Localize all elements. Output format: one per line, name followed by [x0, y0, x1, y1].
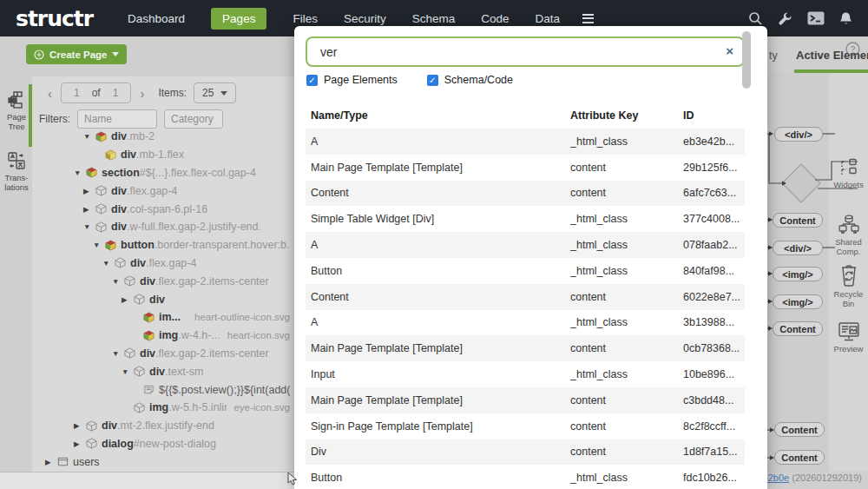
expander-closed-icon[interactable]: ▶: [74, 421, 83, 430]
flow-node-content[interactable]: Content: [773, 321, 823, 336]
node-tag: div: [130, 257, 146, 269]
search-result-row[interactable]: A_html_class078faab2...: [306, 232, 745, 258]
search-result-row[interactable]: A_html_class3b13988...: [306, 310, 745, 336]
next-page-button[interactable]: ›: [135, 86, 149, 101]
flow-node-content[interactable]: Content: [774, 450, 825, 465]
tree-node-im[interactable]: im...heart-outline-icon.svg: [32, 308, 299, 327]
result-attribute-key: _html_class: [570, 368, 683, 380]
tree-node-div[interactable]: ▶div: [32, 290, 299, 308]
result-attribute-key: _html_class: [570, 316, 683, 328]
search-result-row[interactable]: Main Page Template [Template]contentc3bd…: [306, 387, 745, 413]
result-id: 078faab2...: [683, 239, 745, 251]
search-result-row[interactable]: Input_html_class10be896...: [306, 361, 745, 387]
cube-outline-icon: [124, 275, 135, 287]
structr-logo: structr: [16, 6, 93, 31]
flow-node-content[interactable]: Content: [773, 213, 823, 228]
hamburger-menu-icon[interactable]: [582, 14, 594, 23]
cube-color-icon: [143, 312, 155, 323]
filter-name-input[interactable]: [77, 109, 157, 129]
cube-color-icon: [105, 240, 116, 251]
node-tag: div: [102, 420, 117, 432]
tree-node-div[interactable]: ▼div.flex.gap-2.items-center: [32, 272, 299, 290]
tree-node-section[interactable]: ▼section#${...}.flex.flex-col.gap-4: [32, 164, 299, 182]
tree-node-content[interactable]: ${{$.post.view();}}${int(add(size...: [32, 380, 299, 399]
expander-open-icon[interactable]: ▼: [122, 367, 131, 376]
search-result-row[interactable]: Button_html_classfdc10b26...: [306, 465, 745, 489]
search-result-row[interactable]: Sign-in Page Template [Template]content8…: [306, 413, 745, 439]
tab-partial[interactable]: ty: [769, 50, 778, 62]
tree-node-dialog[interactable]: ▶dialog#new-post-dialog: [32, 435, 299, 453]
tree-panel-footer: [0, 472, 299, 489]
expander-open-icon[interactable]: ▼: [102, 259, 112, 268]
column-id: ID: [683, 109, 745, 122]
page-indicator[interactable]: 1 of 1: [61, 83, 131, 103]
tree-node-div[interactable]: ▼div.mb-2: [32, 128, 299, 146]
nav-item-dashboard[interactable]: Dashboard: [128, 12, 185, 25]
search-icon[interactable]: [748, 11, 763, 26]
expander-closed-icon[interactable]: ▶: [45, 458, 55, 466]
expander-closed-icon[interactable]: ▶: [83, 205, 93, 214]
flow-node-div[interactable]: <div/>: [774, 127, 823, 142]
node-classes: .text-sm: [165, 366, 203, 378]
tree-node-div[interactable]: ▼div.text-sm: [32, 362, 299, 380]
search-result-row[interactable]: Contentcontent6022e8e7...: [306, 284, 745, 310]
filter-category-input[interactable]: [164, 109, 223, 129]
page-tree: ▼div.mb-2div.mb-1.flex▼section#${...}.fl…: [32, 128, 299, 471]
create-page-button[interactable]: Create Page: [26, 44, 127, 64]
expander-open-icon[interactable]: ▼: [83, 132, 93, 141]
total-pages: 1: [113, 87, 119, 99]
expander-closed-icon[interactable]: ▶: [122, 295, 131, 304]
flow-node-img[interactable]: <img/>: [773, 294, 823, 309]
tree-node-div[interactable]: ▶div.col-span-6.pl-16: [32, 200, 299, 218]
node-classes: .flex.gap-2.items-center: [155, 275, 269, 287]
help-icon[interactable]: [845, 42, 860, 60]
nav-item-files[interactable]: Files: [293, 12, 318, 25]
nav-item-data[interactable]: Data: [536, 12, 561, 25]
tree-node-users[interactable]: ▶users: [32, 453, 299, 471]
tree-node-div[interactable]: ▼div.flex.gap-2.items-center: [32, 345, 299, 363]
sidebar-tab-translations[interactable]: Trans-lations: [0, 151, 33, 192]
clear-search-icon[interactable]: ×: [726, 43, 733, 59]
expander-open-icon[interactable]: ▼: [93, 241, 102, 249]
tree-node-div[interactable]: div.mb-1.flex: [32, 146, 299, 164]
tree-node-div[interactable]: ▶div.mt-2.flex.justify-end: [32, 417, 299, 435]
tree-node-button[interactable]: ▼button.border-transparent.hover:b...: [32, 236, 299, 254]
page-size-select[interactable]: 25: [194, 83, 236, 103]
flow-node-img[interactable]: <img/>: [773, 267, 823, 281]
expander-open-icon[interactable]: ▼: [112, 277, 122, 286]
tree-node-img[interactable]: img.w-4.h-...heart-icon.svg: [32, 327, 299, 345]
expander-closed-icon[interactable]: ▶: [83, 187, 93, 195]
terminal-icon[interactable]: [807, 11, 825, 25]
checkbox-schema-code[interactable]: ✓ Schema/Code: [427, 74, 513, 86]
expander-open-icon[interactable]: ▼: [112, 349, 122, 358]
build-timestamp: (202601292019): [792, 472, 862, 483]
node-tag: div: [111, 203, 127, 215]
nav-item-security[interactable]: Security: [344, 12, 386, 25]
tree-node-img[interactable]: img.w-5.h-5.inlin...eye-icon.svg: [32, 399, 299, 417]
search-result-row[interactable]: A_html_classeb3e42b...: [306, 129, 745, 155]
search-result-row[interactable]: Divcontent1d8f7a15...: [306, 439, 745, 466]
checkbox-page-elements[interactable]: ✓ Page Elements: [306, 74, 398, 86]
search-result-row[interactable]: Main Page Template [Template]content29b1…: [306, 155, 745, 181]
nav-item-schema[interactable]: Schema: [412, 12, 456, 25]
search-result-row[interactable]: Simple Table Widget [Div]_html_class377c…: [306, 206, 745, 232]
wrench-icon[interactable]: [778, 11, 792, 26]
search-input[interactable]: [306, 36, 745, 67]
bell-icon[interactable]: [839, 11, 852, 26]
expander-closed-icon[interactable]: ▶: [74, 439, 83, 448]
result-attribute-key: _html_class: [570, 213, 683, 225]
search-result-row[interactable]: Main Page Template [Template]content0cb7…: [306, 335, 745, 361]
nav-item-pages[interactable]: Pages: [211, 8, 266, 30]
flow-node-content[interactable]: Content: [774, 422, 825, 437]
prev-page-button[interactable]: ‹: [43, 86, 57, 101]
tree-node-div[interactable]: ▼div.w-full.flex.gap-2.justify-end.: [32, 218, 299, 236]
flow-node-div[interactable]: <div/>: [773, 241, 823, 255]
expander-open-icon[interactable]: ▼: [83, 222, 93, 231]
tree-node-div[interactable]: ▶div.flex.gap-4: [32, 182, 299, 200]
nav-item-code[interactable]: Code: [481, 12, 509, 25]
modal-scrollbar[interactable]: [742, 31, 751, 89]
search-result-row[interactable]: Button_html_class840faf98...: [306, 258, 745, 284]
expander-open-icon[interactable]: ▼: [74, 169, 83, 177]
search-result-row[interactable]: Contentcontent6afc7c63...: [306, 181, 745, 207]
tree-node-div[interactable]: ▼div.flex.gap-4: [32, 254, 299, 273]
